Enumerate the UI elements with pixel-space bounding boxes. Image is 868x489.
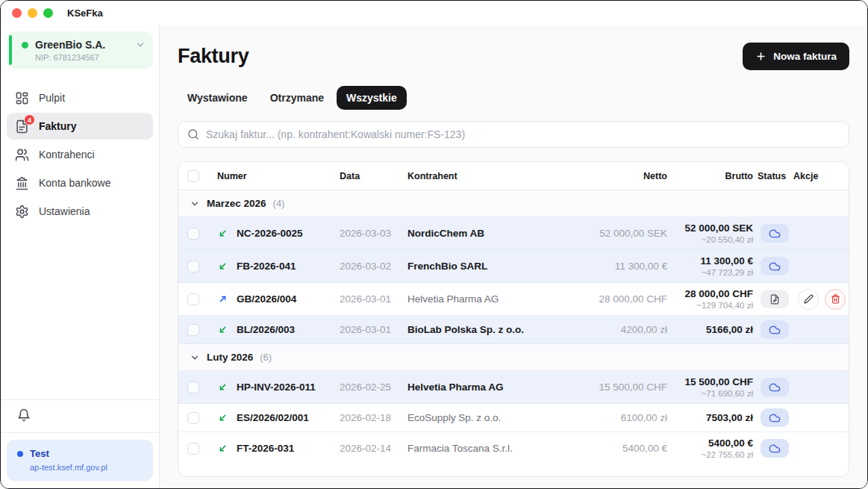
invoice-table-body: Marzec 2026 (4) NC-2026-0025 2026-03-03 … [178, 190, 849, 464]
column-header-brutto: Brutto [672, 171, 758, 181]
invoice-icon: 4 [14, 119, 29, 134]
row-actions [793, 289, 849, 310]
status-sent-badge [761, 257, 789, 275]
chevron-down-icon [135, 40, 146, 50]
table-header-row: Numer Data Kontrahent Netto Brutto Statu… [178, 162, 849, 190]
environment-status-dot [17, 451, 23, 457]
invoice-contractor: BioLab Polska Sp. z o.o. [408, 324, 582, 335]
row-checkbox[interactable] [187, 228, 199, 240]
invoice-row[interactable]: GB/2026/004 2026-03-01 Helvetia Pharma A… [178, 283, 849, 316]
invoice-netto: 28 000,00 CHF [582, 293, 672, 305]
invoice-number: BL/2026/003 [237, 324, 295, 335]
month-group-header[interactable]: Marzec 2026 (4) [178, 190, 849, 217]
status-sent-badge [761, 224, 789, 243]
environment-indicator[interactable]: Test ap-test.ksef.mf.gov.pl [7, 440, 153, 481]
company-selector[interactable]: GreenBio S.A. NIP: 6781234567 [7, 31, 153, 69]
company-nip: NIP: 6781234567 [35, 53, 146, 62]
row-checkbox[interactable] [187, 412, 199, 424]
column-header-status: Status [758, 171, 793, 181]
notifications-bell-icon[interactable] [17, 408, 31, 422]
group-label: Marzec 2026 [207, 198, 266, 209]
titlebar: KSeFka [1, 1, 867, 25]
sidebar-item-kontrahenci[interactable]: Kontrahenci [7, 141, 153, 168]
invoice-netto: 6100,00 zł [582, 412, 672, 423]
zoom-window-button[interactable] [43, 8, 53, 18]
invoice-brutto-pln: ~20 550,40 zł [672, 234, 753, 245]
app-title: KSeFka [67, 7, 103, 19]
sidebar-item-pulpit[interactable]: Pulpit [7, 84, 153, 111]
invoice-contractor: Helvetia Pharma AG [408, 381, 582, 393]
invoice-number: HP-INV-2026-011 [237, 381, 316, 393]
row-checkbox[interactable] [187, 381, 199, 393]
invoice-row[interactable]: FT-2026-031 2026-02-14 Farmacia Toscana … [178, 432, 849, 464]
app-window: KSeFka GreenBio S.A. NIP: 6781234567 [0, 0, 868, 489]
invoice-netto: 5400,00 € [582, 443, 672, 454]
row-checkbox[interactable] [187, 261, 199, 272]
invoice-brutto: 7503,00 zł [672, 411, 753, 424]
column-header-data: Data [340, 171, 408, 181]
invoice-row[interactable]: HP-INV-2026-011 2026-02-25 Helvetia Phar… [178, 371, 849, 404]
settings-icon [14, 204, 29, 219]
column-header-akcje: Akcje [793, 171, 849, 181]
invoice-contractor: NordicChem AB [408, 228, 582, 239]
search-bar [178, 121, 849, 148]
incoming-arrow-icon [217, 228, 228, 239]
tab-otrzymane[interactable]: Otrzymane [260, 86, 334, 110]
invoice-tabs: Wystawione Otrzymane Wszystkie [178, 86, 849, 110]
status-draft-badge [761, 290, 789, 308]
column-header-netto: Netto [582, 171, 672, 181]
row-checkbox[interactable] [187, 443, 199, 455]
invoice-row[interactable]: NC-2026-0025 2026-03-03 NordicChem AB 52… [178, 217, 849, 250]
group-count: (6) [260, 352, 272, 363]
tab-wystawione[interactable]: Wystawione [178, 86, 257, 110]
sidebar-item-konta-bankowe[interactable]: Konta bankowe [7, 169, 153, 196]
invoice-number: ES/2026/02/001 [237, 412, 309, 423]
edit-button[interactable] [798, 289, 819, 310]
invoice-brutto: 5400,00 € [672, 437, 753, 449]
sidebar: GreenBio S.A. NIP: 6781234567 Pulpit [1, 25, 160, 488]
row-checkbox[interactable] [187, 293, 199, 305]
new-invoice-label: Nowa faktura [773, 51, 837, 62]
search-icon [187, 128, 199, 140]
company-accent-bar [9, 35, 12, 65]
invoice-row[interactable]: FB-2026-041 2026-03-02 FrenchBio SARL 11… [178, 250, 849, 283]
invoice-number: FB-2026-041 [237, 261, 296, 272]
tab-wszystkie[interactable]: Wszystkie [337, 86, 407, 110]
sidebar-item-label: Ustawienia [39, 205, 90, 217]
invoice-number: FT-2026-031 [237, 443, 294, 454]
minimize-window-button[interactable] [28, 8, 37, 18]
invoice-contractor: Helvetia Pharma AG [408, 293, 582, 305]
invoice-row[interactable]: BL/2026/003 2026-03-01 BioLab Polska Sp.… [178, 316, 849, 344]
dashboard-icon [14, 90, 29, 105]
sidebar-item-faktury[interactable]: 4 Faktury [7, 113, 153, 140]
month-group-header[interactable]: Luty 2026 (6) [178, 344, 849, 371]
invoice-date: 2026-02-25 [340, 381, 408, 393]
new-invoice-button[interactable]: Nowa faktura [743, 43, 849, 70]
invoice-date: 2026-02-14 [340, 443, 408, 454]
group-label: Luty 2026 [207, 352, 253, 363]
status-sent-badge [761, 439, 789, 458]
sidebar-item-label: Kontrahenci [39, 149, 95, 161]
incoming-arrow-icon [217, 261, 228, 272]
invoice-date: 2026-02-18 [340, 412, 408, 423]
invoice-netto: 15 500,00 CHF [582, 381, 672, 393]
invoice-brutto: 15 500,00 CHF [672, 376, 753, 388]
invoice-table: Numer Data Kontrahent Netto Brutto Statu… [178, 161, 849, 477]
close-window-button[interactable] [12, 8, 22, 18]
chevron-down-icon [190, 352, 200, 363]
sidebar-item-ustawienia[interactable]: Ustawienia [7, 198, 153, 225]
contractors-icon [14, 147, 29, 162]
select-all-checkbox[interactable] [187, 170, 199, 182]
company-status-dot [22, 42, 28, 49]
invoice-row[interactable]: ES/2026/02/001 2026-02-18 EcoSupply Sp. … [178, 404, 849, 432]
outgoing-arrow-icon [217, 293, 228, 305]
invoice-brutto: 11 300,00 € [672, 255, 753, 267]
invoice-date: 2026-03-03 [340, 228, 408, 239]
row-checkbox[interactable] [187, 324, 199, 336]
search-input[interactable] [206, 128, 840, 140]
status-sent-badge [761, 408, 789, 427]
delete-button[interactable] [825, 289, 846, 310]
invoice-date: 2026-03-01 [340, 293, 408, 305]
sidebar-nav: Pulpit 4 Faktury Kontrahenci [7, 84, 153, 225]
invoice-date: 2026-03-02 [340, 261, 408, 272]
